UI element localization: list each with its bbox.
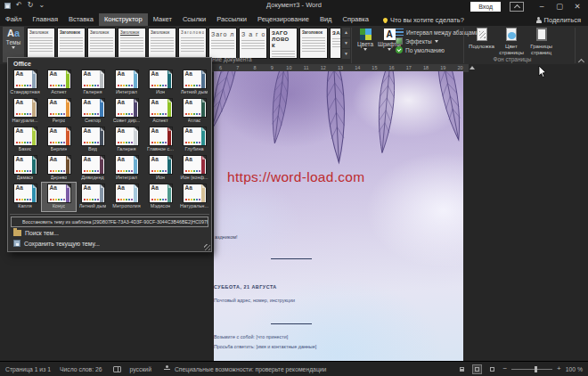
style-set-thumbnail[interactable]: Заго лово — [208, 28, 237, 59]
theme-item-Базис[interactable]: AaБазис — [8, 126, 42, 154]
style-set-thumbnail[interactable]: Заголовок — [57, 28, 86, 59]
maximize-button[interactable]: ▢ — [551, 0, 568, 13]
sign-in-button[interactable]: Вход — [470, 2, 501, 12]
theme-item-Дерево[interactable]: AaДерево — [42, 154, 76, 183]
ribbon-display-options-icon[interactable] — [510, 2, 524, 12]
theme-name: Интеграл — [116, 175, 137, 180]
theme-item-Ион[interactable]: AaИон — [143, 154, 177, 183]
style-set-thumbnail[interactable]: Заголовок — [27, 28, 55, 59]
zoom-out-icon[interactable]: − — [502, 365, 507, 372]
theme-item-Натурали-[interactable]: AaНатурали... — [8, 97, 42, 126]
proofing-icon[interactable] — [113, 366, 121, 372]
theme-item-Летний-дым[interactable]: AaЛетний дым — [76, 183, 110, 211]
zoom-in-icon[interactable]: + — [557, 365, 561, 372]
theme-item-Дивиденд[interactable]: AaДивиденд — [76, 154, 110, 183]
tab-Вид[interactable]: Вид — [314, 13, 338, 26]
theme-item-Вид[interactable]: AaВид — [76, 126, 110, 154]
theme-item-Сектор[interactable]: AaСектор — [76, 97, 110, 126]
theme-item-Натуральн-[interactable]: AaНатуральн... — [177, 183, 211, 211]
tab-Рассылки[interactable]: Рассылки — [211, 13, 252, 26]
tab-Конструктор[interactable]: Конструктор — [99, 13, 148, 26]
tab-Вставка[interactable]: Вставка — [63, 13, 99, 26]
style-set-thumbnail[interactable]: Заголовок — [148, 28, 176, 59]
accessibility-status[interactable]: Специальные возможности: проверьте реком… — [175, 366, 326, 372]
browse-themes-menu-item[interactable]: Поиск тем... — [8, 228, 211, 238]
watermark-url-text: https://word-load.com — [227, 169, 364, 185]
tab-Главная[interactable]: Главная — [27, 13, 63, 26]
word-count[interactable]: Число слов: 26 — [60, 366, 102, 372]
gallery-up-icon[interactable]: ▲ — [342, 28, 350, 37]
style-set-thumbnail[interactable]: З а г о л о — [239, 28, 267, 59]
theme-item-Глубина[interactable]: AaГлубина — [177, 126, 211, 154]
theme-item-Конус[interactable]: AaКонус — [42, 183, 76, 211]
gallery-down-icon[interactable]: ▼ — [342, 38, 350, 48]
paragraph-spacing-icon — [396, 29, 404, 36]
gallery-more-icon[interactable]: ▼ — [342, 49, 350, 59]
resize-grip[interactable] — [204, 244, 210, 250]
theme-thumbnail: Aa — [150, 99, 172, 117]
tab-Рецензирование[interactable]: Рецензирование — [252, 13, 314, 26]
tell-me-box[interactable]: Что вы хотите сделать? — [383, 16, 464, 24]
theme-item-Интеграл[interactable]: AaИнтеграл — [110, 154, 143, 183]
close-button[interactable]: ✕ — [568, 0, 586, 13]
print-layout-button[interactable] — [472, 364, 482, 374]
theme-thumbnail: Aa — [48, 70, 70, 88]
theme-item-Стандартная[interactable]: AaСтандартная — [8, 69, 42, 97]
style-set-thumbnail[interactable]: ЗАГОЛ — [330, 28, 340, 59]
tab-Справка[interactable]: Справка — [337, 13, 373, 26]
page-indicator[interactable]: Страница 1 из 1 — [5, 366, 51, 372]
web-layout-button[interactable] — [487, 364, 497, 374]
theme-thumbnail: Aa — [116, 99, 138, 117]
language-indicator[interactable]: русский — [130, 366, 151, 372]
share-button[interactable]: Поделиться — [536, 16, 581, 24]
mouse-cursor — [538, 66, 547, 78]
read-mode-button[interactable] — [457, 364, 467, 374]
theme-item-Аспект[interactable]: AaАспект — [143, 97, 177, 126]
theme-item-Галерея[interactable]: AaГалерея — [76, 69, 110, 97]
theme-item-Метрополия[interactable]: AaМетрополия — [110, 183, 143, 211]
style-set-thumbnail[interactable]: Заголовок — [299, 28, 328, 59]
theme-name: Ион — [156, 175, 165, 180]
tab-Ссылки[interactable]: Ссылки — [177, 13, 211, 26]
zoom-level[interactable]: 100 % — [566, 366, 583, 372]
theme-item-Мэдисон[interactable]: AaМэдисон — [143, 183, 177, 211]
watermark-button[interactable]: Подложка — [467, 28, 496, 55]
theme-item-Дамаск[interactable]: AaДамаск — [8, 154, 42, 183]
zoom-slider[interactable] — [511, 369, 552, 370]
tab-Макет[interactable]: Макет — [148, 13, 177, 26]
style-set-thumbnail[interactable]: Заголовок — [178, 28, 207, 59]
indent-marker[interactable] — [470, 66, 475, 69]
zoom-slider-thumb[interactable] — [535, 366, 537, 372]
theme-item-Ретро[interactable]: AaРетро — [42, 97, 76, 126]
tab-Файл[interactable]: Файл — [0, 13, 27, 26]
accessibility-icon[interactable] — [164, 365, 170, 372]
theme-item-Галерея[interactable]: AaГалерея — [110, 126, 143, 154]
theme-item-Берлин[interactable]: AaБерлин — [42, 126, 76, 154]
style-set-thumbnail[interactable]: Заголовок — [87, 28, 116, 59]
theme-item-Ион[interactable]: AaИон — [143, 69, 177, 97]
theme-item-Совет-дир-[interactable]: AaСовет дир... — [110, 97, 143, 126]
save-theme-menu-item[interactable]: Сохранить текущую тему... — [8, 238, 211, 249]
collapse-ribbon-icon[interactable] — [578, 59, 584, 63]
chevron-down-icon — [435, 40, 438, 43]
colors-button[interactable]: Цвета — [355, 29, 376, 51]
theme-item-Капля[interactable]: AaКапля — [8, 183, 42, 211]
theme-name: Летний дым — [181, 89, 208, 94]
page-borders-button[interactable]: Границы страниц — [527, 28, 556, 55]
page-color-button[interactable]: Цвет страницы — [497, 28, 527, 55]
document-page[interactable]: https://word-load.com аздником! СУББОТА,… — [214, 71, 463, 361]
theme-thumbnail: Aa — [116, 70, 138, 88]
style-set-thumbnail[interactable]: Заголовок — [118, 28, 146, 59]
style-set-thumbnail[interactable]: ЗАГО ЛОВО К — [269, 28, 298, 59]
theme-item-Атлас[interactable]: AaАтлас — [177, 97, 211, 126]
page-background-group: Подложка Цвет страницы Границы страниц — [467, 28, 556, 55]
restore-theme-menu-item[interactable]: Восстановить тему из шаблона [29D807FE-7… — [11, 217, 208, 227]
theme-thumbnail: Aa — [14, 184, 37, 202]
group-separator — [463, 28, 464, 63]
theme-item-Главное-с-[interactable]: AaГлавное с... — [143, 126, 177, 154]
minimize-button[interactable]: – — [533, 0, 551, 13]
theme-item-Интеграл[interactable]: AaИнтеграл — [110, 69, 143, 97]
theme-item-Летний-дым[interactable]: AaЛетний дым — [177, 69, 211, 97]
theme-item-Ион-конф-[interactable]: AaИон (конф... — [177, 154, 211, 183]
theme-item-Аспект[interactable]: AaАспект — [42, 69, 76, 97]
